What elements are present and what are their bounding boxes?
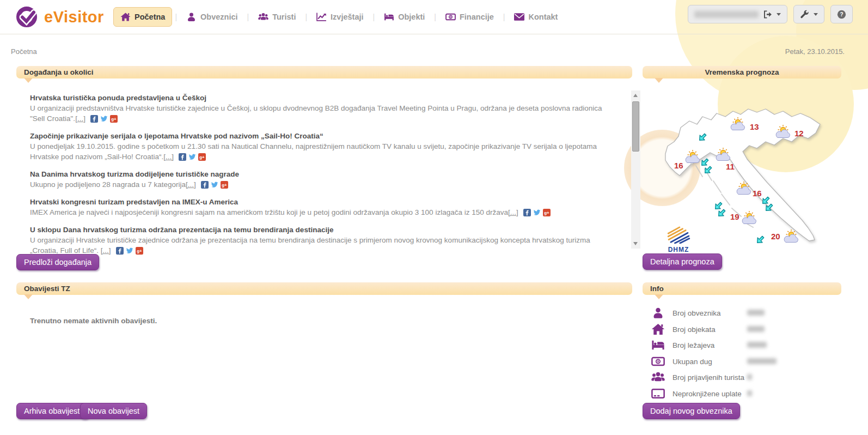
- facebook-icon[interactable]: [523, 209, 531, 216]
- panel-pointer: [24, 294, 33, 299]
- googleplus-icon[interactable]: [543, 209, 551, 216]
- nav-item-obveznici[interactable]: Obveznici: [180, 8, 244, 26]
- googleplus-icon[interactable]: [221, 181, 228, 189]
- nav-divider: |: [373, 13, 375, 21]
- question-icon: [837, 10, 846, 19]
- nav-item-objekti[interactable]: Objekti: [377, 8, 431, 26]
- news-item-body: IMEX America je najveći i najposjećeniji…: [30, 208, 508, 216]
- notices-panel-title: Obavijesti TZ: [16, 282, 632, 295]
- temperature-label: 11: [726, 162, 735, 171]
- news-item-title[interactable]: Hrvatski kongresni turizam predstavljen …: [30, 197, 615, 207]
- info-label: Neproknjižene uplate: [673, 390, 781, 398]
- person-icon: [186, 12, 197, 22]
- facebook-icon[interactable]: [179, 153, 186, 161]
- nav-label: Financije: [460, 13, 494, 21]
- temperature-label: 13: [750, 122, 759, 131]
- bed-icon: [651, 339, 665, 351]
- googleplus-icon[interactable]: [198, 153, 206, 161]
- temperature-label: 19: [730, 212, 739, 221]
- bed-icon: [384, 12, 394, 22]
- news-scrollbar[interactable]: [631, 90, 640, 249]
- logo-checkmark-icon: [15, 5, 39, 29]
- nav-item-pocetna[interactable]: Početna: [113, 7, 172, 27]
- news-item: Na Danima hrvatskog turizma dodijeljene …: [30, 169, 615, 190]
- evisitor-logo: eVisitor: [15, 5, 104, 29]
- detailed-forecast-button[interactable]: Detaljna prognoza: [643, 253, 722, 270]
- facebook-icon[interactable]: [90, 115, 98, 123]
- news-item-body: Ukupno je podijeljeno 28 nagrada u 7 kat…: [30, 180, 186, 189]
- card-icon: [651, 388, 665, 400]
- news-item-title[interactable]: U sklopu Dana hrvatskog turizma održana …: [30, 225, 615, 235]
- news-more-link[interactable]: [...]: [163, 153, 174, 161]
- twitter-icon[interactable]: [211, 181, 218, 189]
- info-label: Broj objekata: [673, 325, 781, 334]
- home-icon: [651, 323, 665, 335]
- add-new-obligor-button[interactable]: Dodaj novog obveznika: [643, 403, 740, 419]
- wind-arrow-icon: [716, 208, 726, 218]
- wind-arrow-icon: [713, 201, 723, 211]
- wind-arrow-icon: [755, 234, 765, 245]
- googleplus-icon[interactable]: [136, 247, 143, 255]
- envelope-icon: [514, 12, 524, 22]
- info-row: Broj obveznika: [651, 306, 665, 320]
- nav-item-kontakt[interactable]: Kontakt: [508, 8, 564, 26]
- chart-icon: [316, 12, 327, 22]
- dhmz-logo: DHMZ: [663, 226, 694, 253]
- nav-item-turisti[interactable]: Turisti: [252, 8, 302, 26]
- temperature-label: 16: [753, 189, 762, 198]
- user-menu-button[interactable]: [688, 5, 787, 23]
- info-row: Broj prijavljenih turista: [651, 370, 665, 384]
- people-icon: [258, 12, 268, 22]
- nav-item-izvjestaji[interactable]: Izvještaji: [310, 8, 370, 26]
- news-more-link[interactable]: [...]: [75, 114, 85, 123]
- news-item: U sklopu Dana hrvatskog turizma održana …: [30, 225, 615, 256]
- home-icon: [120, 12, 131, 22]
- scroll-down-icon[interactable]: [633, 242, 638, 245]
- events-panel-title: Događanja u okolici: [16, 66, 632, 78]
- scrollbar-thumb[interactable]: [632, 101, 639, 152]
- twitter-icon[interactable]: [533, 209, 541, 216]
- temperature-label: 20: [771, 232, 780, 241]
- info-label: Ukupan dug: [673, 358, 781, 366]
- twitter-icon[interactable]: [126, 247, 133, 255]
- twitter-icon[interactable]: [188, 153, 196, 161]
- nav-label: Izvještaji: [331, 13, 363, 21]
- people-icon: [651, 371, 665, 383]
- evisitor-homepage: eVisitor Početna | Obveznici | Turisti |…: [0, 0, 868, 435]
- nav-label: Početna: [135, 13, 165, 21]
- twitter-icon[interactable]: [100, 115, 108, 123]
- logout-icon: [763, 10, 772, 19]
- news-item-title[interactable]: Započinje prikazivanje serijala o ljepot…: [30, 131, 615, 141]
- nav-label: Objekti: [398, 13, 425, 21]
- temperature-label: 12: [794, 129, 804, 138]
- info-label: Broj obveznika: [673, 309, 781, 317]
- username-redacted: [694, 11, 759, 18]
- news-more-link[interactable]: [...]: [186, 180, 196, 189]
- news-more-link[interactable]: [...]: [508, 208, 518, 216]
- social-icons: [116, 247, 143, 255]
- info-label: Broj prijavljenih turista: [673, 373, 781, 382]
- nav-divider: |: [503, 13, 505, 21]
- help-button[interactable]: [830, 5, 853, 23]
- news-item: Hrvatska turistička ponuda predstavljena…: [30, 93, 615, 124]
- scroll-up-icon[interactable]: [633, 94, 638, 97]
- news-item-title[interactable]: Hrvatska turistička ponuda predstavljena…: [30, 93, 615, 103]
- nav-item-financije[interactable]: Financije: [439, 8, 500, 26]
- googleplus-icon[interactable]: [110, 115, 118, 123]
- news-more-link[interactable]: [...]: [101, 246, 111, 255]
- news-item-title[interactable]: Na Danima hrvatskog turizma dodijeljene …: [30, 169, 615, 179]
- info-row: Broj ležajeva: [651, 338, 665, 352]
- info-row: Ukupan dug: [651, 354, 665, 368]
- date-label: Petak, 23.10.2015.: [785, 47, 845, 56]
- facebook-icon[interactable]: [201, 181, 209, 189]
- settings-button[interactable]: [793, 5, 824, 23]
- suggest-events-button[interactable]: Predloži događanja: [16, 254, 99, 270]
- facebook-icon[interactable]: [116, 247, 124, 255]
- main-nav: Početna | Obveznici | Turisti | Izvješta…: [113, 6, 564, 28]
- archive-notices-button[interactable]: Arhiva obavijesti: [16, 403, 89, 419]
- info-row: Broj objekata: [651, 322, 665, 336]
- dhmz-stripes-icon: [666, 226, 691, 244]
- new-notice-button[interactable]: Nova obavijest: [80, 403, 147, 419]
- banknote-icon: [445, 12, 456, 22]
- panel-pointer: [655, 78, 663, 83]
